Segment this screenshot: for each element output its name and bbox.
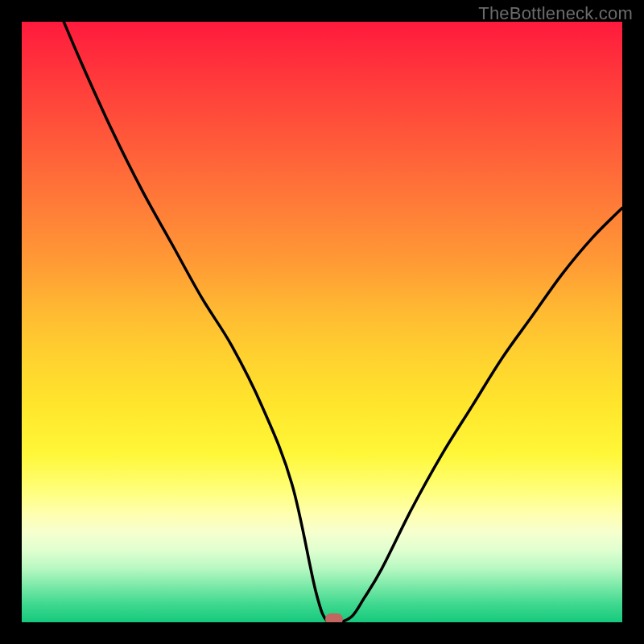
watermark-text: TheBottleneck.com (478, 3, 633, 24)
plot-area (22, 22, 622, 622)
bottleneck-curve (22, 22, 622, 622)
chart-frame: TheBottleneck.com (0, 0, 644, 644)
optimal-point-marker (325, 613, 343, 622)
